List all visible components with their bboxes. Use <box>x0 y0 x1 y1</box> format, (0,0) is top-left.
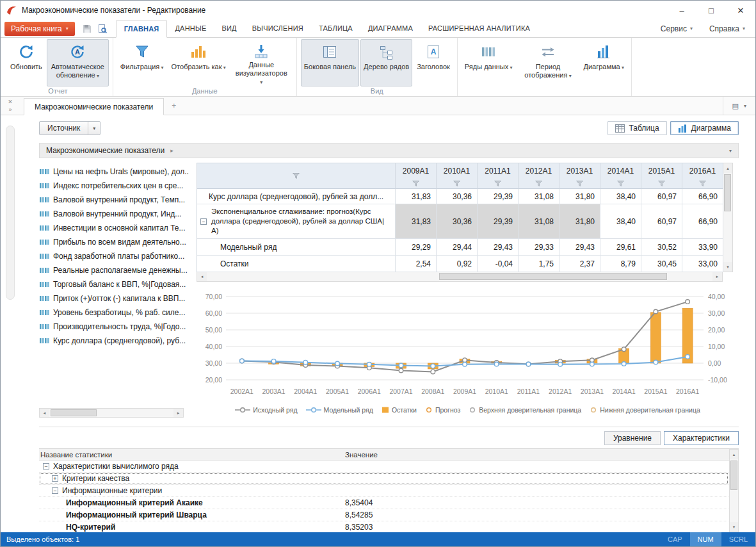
tree-item[interactable]: Прибыль по всем видам деятельно... <box>39 235 189 249</box>
tree-item[interactable]: Валовой внутренний продукт, Темп... <box>39 193 189 207</box>
menu-service[interactable]: Сервис▾ <box>661 24 693 33</box>
display-period-button[interactable]: Период отображения ▾ <box>517 39 579 86</box>
cell[interactable]: 29,33 <box>519 239 559 256</box>
cell[interactable]: 8,79 <box>600 256 641 272</box>
column-header-series[interactable] <box>197 163 396 189</box>
ribbon-tab-data[interactable]: ДАННЫЕ <box>167 20 214 37</box>
cell[interactable]: 60,97 <box>641 189 682 204</box>
close-panel-icon[interactable]: ✕ <box>8 99 13 106</box>
stats-row[interactable]: HQ-критерий8,35203 <box>39 521 728 532</box>
equation-button[interactable]: Уравнение <box>604 431 661 445</box>
ribbon-tab-chart[interactable]: ДИАГРАММА <box>360 20 421 37</box>
characteristics-button[interactable]: Характеристики <box>664 431 739 445</box>
filter-button[interactable]: Фильтрация ▾ <box>117 39 167 86</box>
tree-item[interactable]: Фонд заработной платы работнико... <box>39 249 189 263</box>
cell[interactable]: -0,04 <box>478 256 519 272</box>
stats-row[interactable]: −Информационные критерии <box>39 485 728 497</box>
chart-view-button[interactable]: Диаграмма <box>670 121 739 135</box>
ribbon-tab-calculations[interactable]: ВЫЧИСЛЕНИЯ <box>245 20 311 37</box>
cell[interactable]: 66,90 <box>682 204 723 239</box>
close-button[interactable]: ✕ <box>726 1 755 20</box>
cell[interactable]: 30,36 <box>437 204 478 239</box>
tree-item[interactable]: Реальные располагаемые денежны... <box>39 263 189 277</box>
cell[interactable]: 30,45 <box>641 256 682 272</box>
data-series-button[interactable]: Ряды данных ▾ <box>462 39 516 86</box>
save-button[interactable] <box>80 22 94 36</box>
legend-item[interactable]: Модельный ряд <box>306 406 373 414</box>
auto-refresh-button[interactable]: AАвтоматическое обновление ▾ <box>47 39 109 86</box>
grid-vertical-scrollbar[interactable]: ▴ ▾ <box>723 163 733 272</box>
cell[interactable]: 31,08 <box>519 204 559 239</box>
maximize-button[interactable]: □ <box>696 1 726 20</box>
legend-item[interactable]: Остатки <box>382 406 417 414</box>
stats-vertical-scrollbar[interactable]: ▴ ▾ <box>729 449 739 532</box>
legend-item[interactable]: Верхняя доверительная граница <box>469 406 581 414</box>
cell[interactable]: 30,36 <box>437 189 478 204</box>
row-label[interactable]: Курс доллара (среднегодовой), рублей за … <box>197 189 396 204</box>
minimize-button[interactable]: – <box>667 1 696 20</box>
scroll-thumb[interactable] <box>724 174 731 211</box>
ribbon-tab-view[interactable]: ВИД <box>214 20 244 37</box>
cell[interactable]: 31,08 <box>519 189 559 204</box>
collapse-toggle[interactable]: − <box>43 463 49 469</box>
legend-item[interactable]: Прогноз <box>425 406 460 414</box>
stats-row[interactable]: Информационный критерий Шварца8,54285 <box>39 509 728 521</box>
tree-item[interactable]: Уровень безработицы, % раб. силе... <box>39 306 189 320</box>
refresh-button[interactable]: Обновить <box>7 39 45 86</box>
stats-row[interactable]: +Критерии качества <box>39 473 728 485</box>
scroll-right-icon[interactable]: ▸ <box>173 409 183 417</box>
tree-item[interactable]: Валовой внутренний продукт, Инд... <box>39 207 189 221</box>
row-label[interactable]: −Экспоненциальное сглаживание: прогноз(К… <box>197 204 396 239</box>
tree-item[interactable]: Производительность труда, %|Годо... <box>39 320 189 334</box>
column-header-2009A1[interactable]: 2009A1 <box>396 163 437 189</box>
cell[interactable]: 31,80 <box>559 189 600 204</box>
sheet-view-switcher-button[interactable]: ▤ ▾ <box>723 97 755 115</box>
cell[interactable]: 29,43 <box>478 239 519 256</box>
scroll-up-icon[interactable]: ▴ <box>723 163 732 173</box>
table-view-button[interactable]: Таблица <box>607 121 667 135</box>
legend-item[interactable]: Исходный ряд <box>235 406 297 414</box>
scroll-thumb[interactable] <box>730 461 737 490</box>
cell[interactable]: 29,39 <box>478 204 519 239</box>
tree-item[interactable]: Инвестиции в основной капитал Те... <box>39 221 189 235</box>
tree-horizontal-scrollbar[interactable]: ◂ ▸ <box>39 408 184 418</box>
collapse-toggle[interactable]: + <box>52 475 58 482</box>
scroll-left-icon[interactable]: ◂ <box>40 409 49 417</box>
scroll-up-icon[interactable]: ▴ <box>730 450 738 459</box>
legend-item[interactable]: Нижняя доверительная граница <box>590 406 700 414</box>
grid-horizontal-scrollbar[interactable]: ◂ ▸ <box>197 272 723 282</box>
collapse-toggle[interactable]: − <box>200 218 207 225</box>
cell[interactable]: 33,90 <box>682 239 723 256</box>
side-panel-button[interactable]: Боковая панель <box>301 39 359 86</box>
cell[interactable]: 31,80 <box>559 204 600 239</box>
add-tab-button[interactable]: + <box>164 100 184 111</box>
visualizer-data-button[interactable]: Данные визуализаторов ▾ <box>230 39 293 86</box>
dropdown-arrow-icon[interactable]: ▾ <box>729 148 732 154</box>
cell[interactable]: 33,00 <box>682 256 723 272</box>
series-tree-button[interactable]: Дерево рядов <box>360 39 412 86</box>
ribbon-tab-home[interactable]: ГЛАВНАЯ <box>116 20 168 38</box>
scroll-left-icon[interactable]: ◂ <box>197 272 207 281</box>
cell[interactable]: 38,40 <box>600 189 641 204</box>
cell[interactable]: 2,37 <box>559 256 600 272</box>
cell[interactable]: 60,97 <box>641 204 682 239</box>
column-header-2011A1[interactable]: 2011A1 <box>478 163 519 189</box>
cell[interactable]: 38,40 <box>600 204 641 239</box>
scroll-down-icon[interactable]: ▾ <box>723 262 732 272</box>
chart-button[interactable]: Диаграмма ▾ <box>581 39 627 86</box>
column-header-2014A1[interactable]: 2014A1 <box>600 163 641 189</box>
cell[interactable]: 30,52 <box>641 239 682 256</box>
scroll-right-icon[interactable]: ▸ <box>712 272 722 281</box>
ribbon-tab-advanced-analytics[interactable]: РАСШИРЕННАЯ АНАЛИТИКА <box>421 20 538 37</box>
scroll-thumb[interactable] <box>439 273 667 280</box>
header-button[interactable]: AЗаголовок <box>414 39 453 86</box>
collapse-toggle[interactable]: − <box>52 487 58 494</box>
row-label[interactable]: Модельный ряд <box>197 239 396 256</box>
cell[interactable]: 2,54 <box>396 256 437 272</box>
source-button[interactable]: Источник ▾ <box>39 121 101 135</box>
workbook-menu-button[interactable]: Рабочая книга ▾ <box>4 22 75 36</box>
cell[interactable]: 31,83 <box>396 204 437 239</box>
menu-help[interactable]: Справка▾ <box>709 24 745 33</box>
cell[interactable]: 31,83 <box>396 189 437 204</box>
column-header-2015A1[interactable]: 2015A1 <box>641 163 682 189</box>
